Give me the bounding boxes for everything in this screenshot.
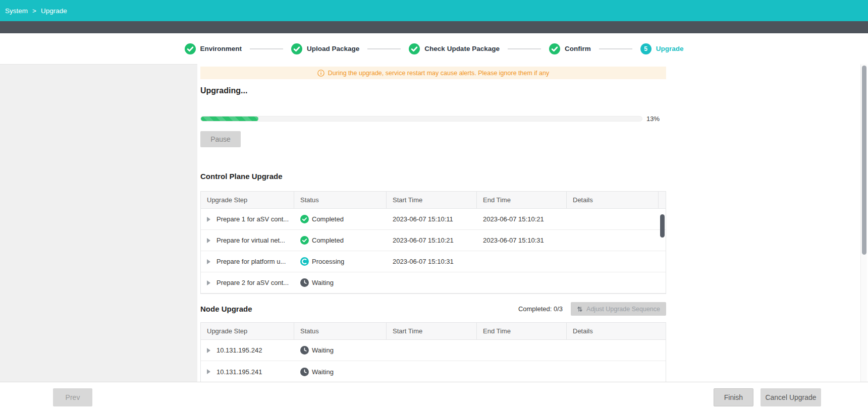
col-upgrade-step: Upgrade Step <box>201 323 294 339</box>
expand-caret-icon[interactable] <box>207 238 210 243</box>
start-time-cell <box>387 361 477 382</box>
details-cell <box>567 340 666 361</box>
adjust-button-label: Adjust Upgrade Sequence <box>586 306 660 313</box>
step-label: Upload Package <box>307 45 359 52</box>
step-connector <box>599 48 632 49</box>
breadcrumb-bar: System > Upgrade <box>0 0 868 21</box>
step-label: Environment <box>200 45 242 52</box>
step-check-icon <box>291 43 302 54</box>
progress-row: 13% <box>200 115 666 123</box>
expand-caret-icon[interactable] <box>207 280 210 285</box>
page-scrollbar-thumb[interactable] <box>862 66 866 255</box>
start-time-cell <box>387 340 477 361</box>
expand-caret-icon[interactable] <box>207 348 210 353</box>
step-connector <box>367 48 401 49</box>
table-row: 10.131.195.241 Waiting <box>201 361 666 382</box>
upgrade-step-cell: Prepare for virtual net... <box>216 237 285 244</box>
upgrade-step-cell: Prepare 1 for aSV cont... <box>216 215 289 223</box>
adjust-upgrade-sequence-button[interactable]: Adjust Upgrade Sequence <box>571 302 666 316</box>
breadcrumb-separator: > <box>32 7 36 15</box>
completed-count: Completed: 0/3 <box>518 305 563 313</box>
col-start-time: Start Time <box>387 323 477 339</box>
details-cell <box>567 272 666 293</box>
wizard-footer: Prev Finish Cancel Upgrade <box>0 382 868 412</box>
end-time-cell <box>477 251 567 272</box>
info-icon <box>317 70 324 77</box>
node-ip-cell: 10.131.195.241 <box>216 368 262 376</box>
page-scrollbar[interactable] <box>860 64 867 382</box>
breadcrumb-upgrade: Upgrade <box>41 7 67 15</box>
start-time-cell: 2023-06-07 15:10:11 <box>387 209 477 229</box>
details-cell <box>567 209 666 229</box>
step-check-icon <box>185 43 196 54</box>
col-status: Status <box>294 323 387 339</box>
upgrading-title: Upgrading... <box>200 86 247 95</box>
breadcrumb-system[interactable]: System <box>5 7 28 15</box>
step-label: Confirm <box>565 45 591 52</box>
waiting-icon <box>300 346 309 355</box>
col-end-time: End Time <box>477 323 567 339</box>
table-scrollbar-thumb[interactable] <box>660 214 665 238</box>
node-upgrade-title: Node Upgrade <box>200 305 252 313</box>
status-cell: Completed <box>312 215 344 223</box>
pause-button[interactable]: Pause <box>200 131 241 147</box>
expand-caret-icon[interactable] <box>207 369 210 374</box>
status-cell: Processing <box>312 258 344 265</box>
table-row: 10.131.195.242 Waiting <box>201 340 666 361</box>
details-cell <box>567 361 666 382</box>
table-scrollbar-gutter <box>658 192 666 208</box>
table-row: Prepare 2 for aSV cont... Waiting <box>201 272 666 293</box>
col-status: Status <box>294 192 387 208</box>
backdrop-bar <box>0 21 868 33</box>
control-plane-title: Control Plane Upgrade <box>200 172 283 181</box>
left-panel-background <box>0 64 197 382</box>
table-header: Upgrade Step Status Start Time End Time … <box>201 323 666 340</box>
cancel-upgrade-button[interactable]: Cancel Upgrade <box>761 388 821 406</box>
step-confirm: Confirm <box>549 43 591 54</box>
step-check-icon <box>549 43 560 54</box>
end-time-cell: 2023-06-07 15:10:21 <box>477 209 567 229</box>
col-details: Details <box>567 323 666 339</box>
upgrade-step-cell: Prepare for platform u... <box>216 258 286 265</box>
step-upgrade-current: 5 Upgrade <box>640 43 684 54</box>
end-time-cell <box>477 361 567 382</box>
progress-percent-label: 13% <box>646 115 660 123</box>
wizard-stepper: Environment Upload Package Check Update … <box>0 33 868 64</box>
step-label: Upgrade <box>656 45 684 52</box>
table-row: Prepare 1 for aSV cont... Completed 2023… <box>201 209 666 230</box>
end-time-cell <box>477 272 567 293</box>
wizard-body: During the upgrade, service restart may … <box>0 64 868 412</box>
table-header: Upgrade Step Status Start Time End Time … <box>201 192 666 209</box>
start-time-cell <box>387 272 477 293</box>
end-time-cell <box>477 340 567 361</box>
col-upgrade-step: Upgrade Step <box>201 192 294 208</box>
step-label: Check Update Package <box>424 45 500 52</box>
table-body: 10.131.195.242 Waiting 10.131.195.241 Wa… <box>201 340 666 382</box>
breadcrumb: System > Upgrade <box>5 7 67 15</box>
start-time-cell: 2023-06-07 15:10:31 <box>387 251 477 272</box>
prev-button[interactable]: Prev <box>53 388 92 406</box>
status-cell: Waiting <box>312 368 334 376</box>
table-row: Prepare for virtual net... Completed 202… <box>201 230 666 251</box>
finish-button[interactable]: Finish <box>714 388 753 406</box>
progress-bar <box>200 116 642 122</box>
status-cell: Waiting <box>312 279 334 286</box>
waiting-icon <box>300 368 309 376</box>
completed-icon <box>300 215 309 223</box>
table-body: Prepare 1 for aSV cont... Completed 2023… <box>201 209 666 293</box>
sort-arrows-icon <box>577 306 583 312</box>
step-number-badge: 5 <box>640 43 652 54</box>
col-details: Details <box>567 192 658 208</box>
upgrade-step-cell: Prepare 2 for aSV cont... <box>216 279 289 286</box>
expand-caret-icon[interactable] <box>207 259 210 264</box>
step-check-icon <box>409 43 420 54</box>
step-connector <box>250 48 283 49</box>
node-upgrade-table: Upgrade Step Status Start Time End Time … <box>200 322 666 383</box>
details-cell <box>567 230 666 251</box>
expand-caret-icon[interactable] <box>207 217 210 222</box>
progress-fill <box>201 116 258 121</box>
node-upgrade-header: Node Upgrade Completed: 0/3 Adjust Upgra… <box>200 302 666 316</box>
node-ip-cell: 10.131.195.242 <box>216 346 262 354</box>
table-row: Prepare for platform u... Processing 202… <box>201 251 666 272</box>
status-cell: Waiting <box>312 346 334 354</box>
